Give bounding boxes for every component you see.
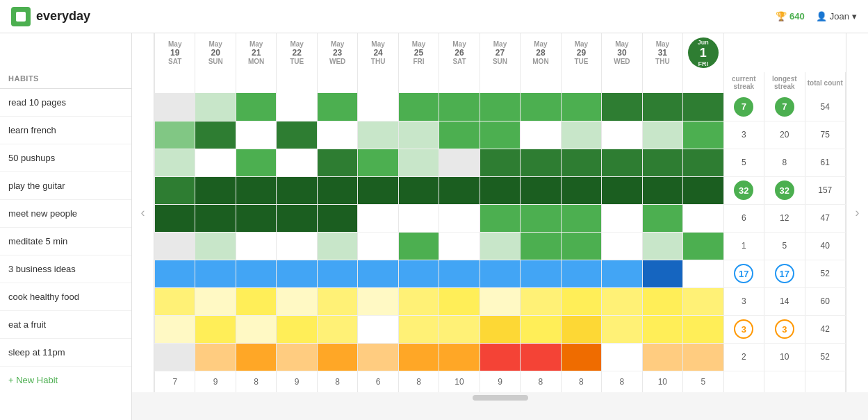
habit-cell[interactable] <box>277 204 317 232</box>
habit-cell[interactable] <box>521 93 561 121</box>
habit-cell[interactable] <box>642 121 682 149</box>
habit-cell[interactable] <box>195 343 236 371</box>
habit-cell[interactable] <box>683 315 723 343</box>
habit-cell[interactable] <box>521 315 561 343</box>
habit-name-row[interactable]: meditate 5 min <box>0 228 131 255</box>
habit-cell[interactable] <box>683 260 723 287</box>
habit-cell[interactable] <box>521 232 561 260</box>
habit-cell[interactable] <box>277 232 317 260</box>
habit-cell[interactable] <box>521 343 561 371</box>
habit-cell[interactable] <box>561 343 601 371</box>
habit-cell[interactable] <box>602 204 642 232</box>
habit-cell[interactable] <box>195 93 236 121</box>
habit-cell[interactable] <box>398 149 439 176</box>
habit-cell[interactable] <box>358 204 398 232</box>
habit-cell[interactable] <box>358 232 398 260</box>
habit-cell[interactable] <box>358 121 398 149</box>
habit-cell[interactable] <box>521 204 561 232</box>
habit-cell[interactable] <box>602 343 642 371</box>
habit-cell[interactable] <box>602 315 642 343</box>
habit-cell[interactable] <box>195 315 236 343</box>
habit-cell[interactable] <box>277 315 317 343</box>
habit-cell[interactable] <box>236 287 276 315</box>
habit-cell[interactable] <box>155 232 195 260</box>
prev-nav-button[interactable]: ‹ <box>132 205 154 220</box>
habit-cell[interactable] <box>398 204 439 232</box>
habit-cell[interactable] <box>317 232 357 260</box>
habit-cell[interactable] <box>642 149 682 176</box>
habit-cell[interactable] <box>480 204 520 232</box>
habit-cell[interactable] <box>480 232 520 260</box>
habit-cell[interactable] <box>561 260 601 287</box>
habit-cell[interactable] <box>236 204 276 232</box>
habit-cell[interactable] <box>236 121 276 149</box>
habit-cell[interactable] <box>642 204 682 232</box>
habit-cell[interactable] <box>317 121 357 149</box>
habit-cell[interactable] <box>236 93 276 121</box>
habit-cell[interactable] <box>561 232 601 260</box>
habit-cell[interactable] <box>561 93 601 121</box>
habit-cell[interactable] <box>236 315 276 343</box>
habit-cell[interactable] <box>521 260 561 287</box>
calendar-wrapper[interactable]: May19SATMay20SUNMay21MONMay22TUEMay23WED… <box>154 33 846 392</box>
habit-cell[interactable] <box>398 343 439 371</box>
habit-cell[interactable] <box>439 176 480 204</box>
habit-cell[interactable] <box>439 121 480 149</box>
habit-cell[interactable] <box>358 149 398 176</box>
habit-cell[interactable] <box>683 121 723 149</box>
habit-cell[interactable] <box>155 287 195 315</box>
habit-cell[interactable] <box>561 315 601 343</box>
habit-cell[interactable] <box>195 149 236 176</box>
habit-cell[interactable] <box>683 287 723 315</box>
habit-name-row[interactable]: 3 business ideas <box>0 255 131 283</box>
habit-cell[interactable] <box>642 93 682 121</box>
habit-cell[interactable] <box>480 93 520 121</box>
habit-cell[interactable] <box>398 176 439 204</box>
habit-cell[interactable] <box>277 287 317 315</box>
habit-cell[interactable] <box>317 260 357 287</box>
habit-cell[interactable] <box>480 176 520 204</box>
habit-cell[interactable] <box>602 93 642 121</box>
habit-cell[interactable] <box>480 260 520 287</box>
habit-cell[interactable] <box>195 260 236 287</box>
habit-cell[interactable] <box>358 343 398 371</box>
habit-cell[interactable] <box>398 93 439 121</box>
habit-cell[interactable] <box>236 343 276 371</box>
habit-cell[interactable] <box>561 287 601 315</box>
habit-cell[interactable] <box>317 149 357 176</box>
habit-name-row[interactable]: 50 pushups <box>0 144 131 172</box>
habit-cell[interactable] <box>195 287 236 315</box>
habit-cell[interactable] <box>358 93 398 121</box>
habit-cell[interactable] <box>683 93 723 121</box>
habit-cell[interactable] <box>277 121 317 149</box>
habit-cell[interactable] <box>155 315 195 343</box>
habit-name-row[interactable]: learn french <box>0 117 131 144</box>
habit-cell[interactable] <box>398 315 439 343</box>
habit-cell[interactable] <box>317 315 357 343</box>
habit-cell[interactable] <box>277 343 317 371</box>
habit-name-row[interactable]: read 10 pages <box>0 89 131 117</box>
habit-name-row[interactable]: sleep at 11pm <box>0 339 131 367</box>
habit-name-row[interactable]: play the guitar <box>0 172 131 200</box>
habit-cell[interactable] <box>195 204 236 232</box>
habit-cell[interactable] <box>317 93 357 121</box>
habit-cell[interactable] <box>155 204 195 232</box>
habit-cell[interactable] <box>236 232 276 260</box>
habit-cell[interactable] <box>277 149 317 176</box>
habit-cell[interactable] <box>155 260 195 287</box>
habit-cell[interactable] <box>602 260 642 287</box>
habit-cell[interactable] <box>521 176 561 204</box>
habit-cell[interactable] <box>195 121 236 149</box>
habit-cell[interactable] <box>277 260 317 287</box>
habit-cell[interactable] <box>398 121 439 149</box>
habit-cell[interactable] <box>398 260 439 287</box>
habit-cell[interactable] <box>277 176 317 204</box>
habit-cell[interactable] <box>439 343 480 371</box>
habit-cell[interactable] <box>642 287 682 315</box>
habit-cell[interactable] <box>561 176 601 204</box>
habit-cell[interactable] <box>317 176 357 204</box>
habit-cell[interactable] <box>155 121 195 149</box>
habit-cell[interactable] <box>683 204 723 232</box>
habit-cell[interactable] <box>602 232 642 260</box>
habit-cell[interactable] <box>398 287 439 315</box>
